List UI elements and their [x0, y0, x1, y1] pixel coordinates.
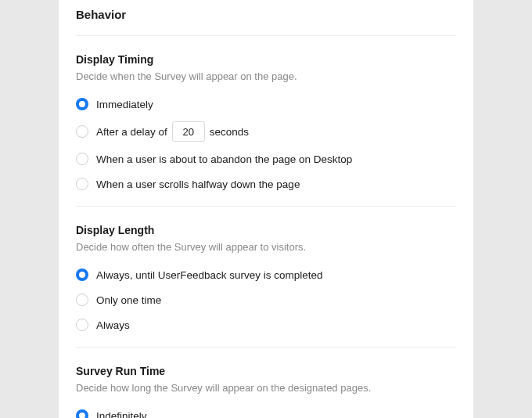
radio-label: Immediately	[96, 99, 153, 110]
radio-label: Indefinitely	[96, 410, 147, 419]
radio-icon[interactable]	[76, 125, 88, 138]
radio-icon[interactable]	[76, 178, 88, 190]
section-survey-run-time: Survey Run Time Decide how long the Surv…	[76, 365, 456, 418]
display-length-desc: Decide how often the Survey will appear …	[76, 241, 456, 253]
display-length-title: Display Length	[76, 224, 456, 236]
radio-label-inline: After a delay of seconds	[96, 121, 249, 142]
run-time-desc: Decide how long the Survey will appear o…	[76, 382, 456, 394]
radio-icon[interactable]	[76, 268, 88, 281]
length-option-once[interactable]: Only one time	[76, 292, 456, 308]
radio-label: Only one time	[96, 294, 161, 306]
timing-option-scroll[interactable]: When a user scrolls halfway down the pag…	[76, 176, 456, 192]
radio-label: When a user is about to abandon the page…	[96, 153, 352, 165]
delay-seconds-input[interactable]	[172, 121, 205, 142]
timing-option-abandon[interactable]: When a user is about to abandon the page…	[76, 151, 456, 167]
radio-icon[interactable]	[76, 409, 88, 418]
divider	[76, 35, 456, 36]
radio-icon[interactable]	[76, 153, 88, 165]
display-timing-title: Display Timing	[76, 53, 456, 66]
divider	[76, 206, 456, 207]
radio-label: Always	[96, 319, 130, 331]
radio-label: When a user scrolls halfway down the pag…	[96, 178, 300, 190]
runtime-option-indefinitely[interactable]: Indefinitely	[76, 408, 456, 418]
length-option-always[interactable]: Always	[76, 317, 456, 333]
section-display-timing: Display Timing Decide when the Survey wi…	[76, 53, 456, 192]
radio-icon[interactable]	[76, 294, 88, 306]
delay-prefix: After a delay of	[96, 126, 167, 138]
timing-option-delay[interactable]: After a delay of seconds	[76, 121, 456, 142]
divider	[76, 347, 456, 348]
radio-icon[interactable]	[76, 98, 88, 110]
run-time-title: Survey Run Time	[76, 365, 456, 377]
delay-suffix: seconds	[210, 126, 249, 138]
behavior-panel: Behavior Display Timing Decide when the …	[59, 0, 473, 418]
section-display-length: Display Length Decide how often the Surv…	[76, 224, 456, 333]
timing-option-immediately[interactable]: Immediately	[76, 96, 456, 112]
radio-icon[interactable]	[76, 319, 88, 331]
length-option-until-complete[interactable]: Always, until UserFeedback survey is com…	[76, 267, 456, 283]
radio-label: Always, until UserFeedback survey is com…	[96, 269, 323, 281]
panel-title: Behavior	[76, 0, 456, 35]
display-timing-desc: Decide when the Survey will appear on th…	[76, 70, 456, 82]
